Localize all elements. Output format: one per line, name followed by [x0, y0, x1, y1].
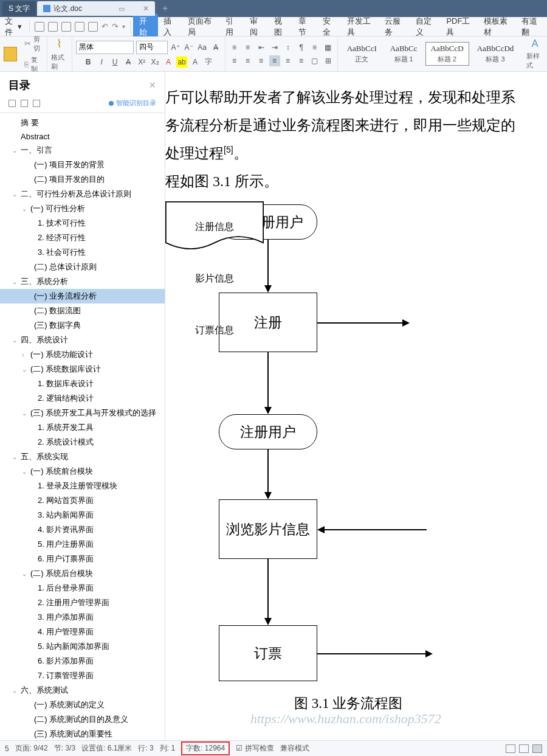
tab-close-icon[interactable]: ✕: [143, 4, 149, 13]
toc-item[interactable]: ⌄(二) 系统数据库设计: [0, 362, 165, 376]
line-spacing-button[interactable]: ≡: [309, 42, 320, 53]
menu-template[interactable]: 模板素材: [478, 16, 516, 38]
print-icon[interactable]: [75, 22, 84, 32]
chevron-icon[interactable]: ⌄: [22, 410, 29, 417]
menu-pdf-tools[interactable]: PDF工具: [441, 16, 478, 38]
toc-item[interactable]: ⌄(一) 系统前台模块: [0, 464, 165, 479]
chevron-icon[interactable]: ⌄: [22, 366, 29, 373]
toc-item[interactable]: ⌄六、系统测试: [0, 683, 165, 698]
chevron-icon[interactable]: ⌄: [12, 279, 19, 285]
shrink-font-icon[interactable]: A⁻: [184, 42, 194, 53]
new-style-icon[interactable]: A: [532, 38, 538, 49]
toc-item[interactable]: Abstract: [0, 130, 165, 143]
file-menu[interactable]: 文件▾: [0, 16, 27, 38]
toc-item[interactable]: 5. 用户注册界面: [0, 537, 165, 552]
toc-item[interactable]: 3. 用户添加界面: [0, 610, 165, 625]
toc-item[interactable]: 1. 技术可行性: [0, 216, 165, 231]
menu-cloud[interactable]: 云服务: [379, 16, 410, 38]
document-tab[interactable]: 论文.doc ▭ ✕: [37, 1, 155, 16]
change-case-icon[interactable]: Aa: [197, 42, 208, 53]
toc-item[interactable]: ⌄五、系统实现: [0, 449, 165, 464]
menu-security[interactable]: 安全: [317, 16, 342, 38]
show-marks-button[interactable]: ¶: [296, 42, 307, 53]
style-heading1[interactable]: AaBbCc标题 1: [385, 42, 423, 66]
chevron-icon[interactable]: ⌄: [12, 147, 19, 154]
grow-font-icon[interactable]: A⁺: [170, 42, 181, 53]
toc-item[interactable]: 6. 影片添加界面: [0, 654, 165, 668]
line-height-button[interactable]: ≡: [296, 55, 307, 66]
superscript-button[interactable]: X²: [136, 57, 147, 68]
toc-item[interactable]: 5. 站内新闻添加界面: [0, 639, 165, 654]
toc-item[interactable]: 2. 系统设计模式: [0, 435, 165, 449]
open-icon[interactable]: [35, 22, 44, 32]
strike-button[interactable]: A̶: [123, 57, 134, 68]
sidebar-close-icon[interactable]: ✕: [149, 80, 156, 90]
toc-item[interactable]: 1. 系统开发工具: [0, 420, 165, 435]
format-painter-icon[interactable]: ⌇: [57, 37, 62, 50]
toc-item[interactable]: ⌄一、引言: [0, 143, 165, 158]
status-spell-check[interactable]: ☑ 拼写检查: [236, 743, 274, 754]
numbering-button[interactable]: ≡: [243, 42, 253, 53]
toc-item[interactable]: 2. 经济可行性: [0, 231, 165, 245]
toc-item[interactable]: ⌄(二) 系统后台模块: [0, 566, 165, 581]
align-left-button[interactable]: ≡: [229, 55, 240, 66]
menu-reference[interactable]: 引用: [220, 16, 244, 38]
bold-button[interactable]: B: [83, 57, 94, 68]
font-color2-button[interactable]: A: [190, 57, 201, 68]
highlight-button[interactable]: ab: [176, 57, 187, 68]
fullscreen-icon[interactable]: [506, 744, 515, 753]
toc-item[interactable]: 2. 网站首页界面: [0, 493, 165, 508]
menu-start[interactable]: 开始: [133, 13, 159, 40]
align-justify-button[interactable]: ≡: [269, 55, 280, 66]
toc-item[interactable]: (二) 总体设计原则: [0, 260, 165, 274]
menu-page-layout[interactable]: 页面布局: [182, 16, 220, 38]
toc-item[interactable]: (三) 系统测试的重要性: [0, 727, 165, 740]
toc-item[interactable]: (二) 系统测试的目的及意义: [0, 712, 165, 727]
paste-button[interactable]: [0, 46, 21, 63]
font-name-select[interactable]: [76, 41, 134, 54]
toc-item[interactable]: ⌄二、可行性分析及总体设计原则: [0, 187, 165, 201]
clear-format-icon[interactable]: A̶: [210, 42, 221, 53]
toc-item[interactable]: 2. 逻辑结构设计: [0, 391, 165, 406]
toc-item[interactable]: 摘 要: [0, 116, 165, 130]
smart-toc-button[interactable]: 智能识别目录: [109, 99, 156, 108]
menu-dev-tools[interactable]: 开发工具: [342, 16, 379, 38]
underline-button[interactable]: U: [109, 57, 120, 68]
toc-item[interactable]: (二) 项目开发的目的: [0, 172, 165, 187]
menu-view[interactable]: 视图: [269, 16, 293, 38]
settings-icon[interactable]: [33, 100, 40, 107]
status-word-count[interactable]: 字数: 12964: [181, 741, 230, 755]
dropdown-icon[interactable]: ▾: [122, 23, 125, 30]
distribute-button[interactable]: ≡: [283, 55, 294, 66]
add-tab-button[interactable]: +: [156, 3, 174, 14]
font-size-select[interactable]: [136, 41, 168, 54]
style-heading2[interactable]: AaBbCcD标题 2: [425, 42, 469, 66]
toc-item[interactable]: 7. 订票管理界面: [0, 668, 165, 683]
toc-item[interactable]: 1. 后台登录界面: [0, 581, 165, 595]
toc-item[interactable]: (一) 系统测试的定义: [0, 698, 165, 712]
chevron-icon[interactable]: ⌄: [12, 454, 19, 460]
toc-item[interactable]: (一) 业务流程分析: [0, 289, 165, 303]
toc-item[interactable]: (二) 数据流图: [0, 303, 165, 318]
menu-chapter[interactable]: 章节: [293, 16, 317, 38]
toc-item[interactable]: 1. 数据库表设计: [0, 376, 165, 391]
chevron-icon[interactable]: ⌄: [22, 570, 29, 577]
toc-item[interactable]: ⌄(一) 可行性分析: [0, 201, 165, 216]
decrease-indent-button[interactable]: ⇤: [256, 42, 267, 53]
chevron-icon[interactable]: ⌄: [22, 468, 29, 475]
save-icon[interactable]: [48, 22, 58, 32]
phonetic-button[interactable]: 字: [203, 57, 214, 68]
style-normal[interactable]: AaBbCcI正文: [342, 42, 382, 66]
toc-item[interactable]: (三) 数据字典: [0, 318, 165, 333]
table-button[interactable]: ⊞: [323, 55, 334, 66]
menu-custom[interactable]: 自定义: [410, 16, 441, 38]
toc-item[interactable]: 6. 用户订票界面: [0, 552, 165, 566]
cut-icon[interactable]: ✂: [24, 39, 31, 48]
toc-item[interactable]: 4. 影片资讯界面: [0, 522, 165, 537]
italic-button[interactable]: I: [96, 57, 107, 68]
copy-icon[interactable]: ⎘: [24, 60, 29, 69]
borders-button[interactable]: ▦: [323, 42, 334, 53]
collapse-all-icon[interactable]: [21, 100, 28, 107]
toc-item[interactable]: 3. 站内新闻界面: [0, 508, 165, 522]
subscript-button[interactable]: X₂: [150, 57, 160, 68]
